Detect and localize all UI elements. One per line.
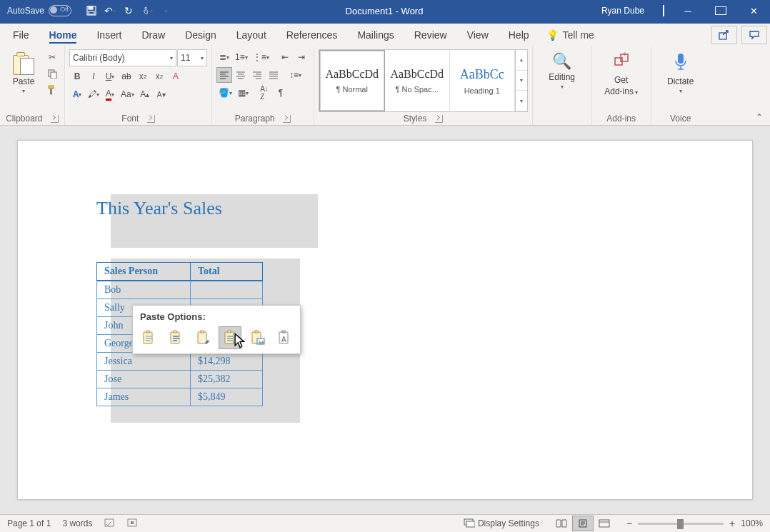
addins-icon: + xyxy=(613,52,630,74)
display-settings-button[interactable]: Display Settings xyxy=(464,518,539,529)
qat-customize-icon[interactable]: ▾ xyxy=(160,5,171,16)
tab-draw[interactable]: Draw xyxy=(131,25,175,45)
line-spacing-button[interactable]: ↕≡▾ xyxy=(287,67,304,83)
paintbrush-icon xyxy=(46,84,58,96)
superscript-button[interactable]: x2 xyxy=(151,69,167,84)
touch-mode-icon[interactable]: ▾ xyxy=(141,5,153,16)
grow-font-button[interactable]: A▴ xyxy=(137,86,153,102)
paste-button[interactable]: Paste ▾ xyxy=(4,49,43,97)
editing-button[interactable]: 🔍 Editing ▾ xyxy=(537,49,587,93)
tab-references[interactable]: References xyxy=(276,25,348,45)
tab-review[interactable]: Review xyxy=(404,25,457,45)
increase-indent-button[interactable]: ⇥ xyxy=(294,49,309,65)
dialog-launcher-icon[interactable] xyxy=(435,115,443,123)
align-center-button[interactable] xyxy=(233,67,249,83)
paste-link-use-destination-styles[interactable] xyxy=(219,326,241,349)
user-name[interactable]: Ryan Dube xyxy=(590,6,656,16)
underline-button[interactable]: U▾ xyxy=(102,69,118,84)
print-layout-button[interactable] xyxy=(572,516,594,531)
paste-use-destination-styles[interactable] xyxy=(164,326,187,349)
clear-formatting-button[interactable]: A xyxy=(168,69,184,84)
tab-layout[interactable]: Layout xyxy=(226,25,276,45)
tab-design[interactable]: Design xyxy=(175,25,226,45)
align-left-button[interactable] xyxy=(216,67,232,83)
document-area[interactable]: This Year's Sales Sales Person Total Bob… xyxy=(0,126,770,514)
spelling-status-icon[interactable] xyxy=(104,517,115,531)
cut-button[interactable]: ✂ xyxy=(44,49,60,65)
paste-keep-source-formatting[interactable] xyxy=(137,326,160,349)
web-layout-button[interactable] xyxy=(594,516,615,531)
decrease-indent-button[interactable]: ⇤ xyxy=(277,49,293,65)
subscript-button[interactable]: x2 xyxy=(135,69,151,84)
word-count[interactable]: 3 words xyxy=(62,518,92,528)
maximize-button[interactable] xyxy=(704,0,737,21)
svg-rect-3 xyxy=(719,33,726,39)
svg-rect-9 xyxy=(678,54,684,64)
minimize-button[interactable]: ─ xyxy=(671,0,704,21)
style-normal[interactable]: AaBbCcDd ¶ Normal xyxy=(319,50,385,111)
text-effects-button[interactable]: A▾ xyxy=(69,86,85,102)
comments-button[interactable] xyxy=(741,26,767,44)
tab-home[interactable]: Home xyxy=(39,25,87,45)
font-name-combo[interactable]: Calibri (Body)▾ xyxy=(69,49,176,66)
show-marks-button[interactable]: ¶ xyxy=(273,85,289,101)
tab-file[interactable]: File xyxy=(3,25,39,45)
multilevel-list-button[interactable]: ⋮≡▾ xyxy=(251,49,271,65)
sort-button[interactable]: A↓Z xyxy=(256,85,272,101)
eraser-icon: A xyxy=(173,71,179,81)
tab-mailings[interactable]: Mailings xyxy=(347,25,404,45)
dictate-button[interactable]: Dictate ▾ xyxy=(656,49,706,97)
shrink-font-button[interactable]: A▾ xyxy=(154,86,169,102)
svg-rect-2 xyxy=(89,11,94,14)
page-indicator[interactable]: Page 1 of 1 xyxy=(7,518,51,528)
font-size-combo[interactable]: 11▾ xyxy=(177,49,207,66)
style-heading-1[interactable]: AaBbCc Heading 1 xyxy=(450,50,515,111)
title-bar: AutoSave Off ↶▾ ↻ ▾ ▾ Document1 - Word R… xyxy=(0,0,770,21)
gallery-up-button[interactable]: ▴ xyxy=(516,50,527,71)
strikethrough-button[interactable]: ab xyxy=(119,69,134,84)
zoom-in-button[interactable]: + xyxy=(729,518,735,529)
zoom-slider[interactable] xyxy=(638,523,724,525)
dialog-launcher-icon[interactable] xyxy=(51,115,59,123)
dialog-launcher-icon[interactable] xyxy=(147,115,155,123)
format-painter-button[interactable] xyxy=(44,82,60,98)
align-center-icon xyxy=(236,71,246,79)
collapse-ribbon-button[interactable]: ⌃ xyxy=(749,109,770,125)
group-label-voice: Voice xyxy=(670,114,691,124)
redo-icon[interactable]: ↻ xyxy=(123,5,134,16)
zoom-out-button[interactable]: − xyxy=(626,518,632,529)
change-case-button[interactable]: Aa▾ xyxy=(119,86,136,102)
gallery-down-button[interactable]: ▾ xyxy=(516,71,527,91)
italic-button[interactable]: I xyxy=(86,69,101,84)
shading-button[interactable]: 🪣▾ xyxy=(216,85,234,101)
close-button[interactable]: ✕ xyxy=(737,0,770,21)
borders-button[interactable]: ▦▾ xyxy=(235,85,251,101)
style-no-spacing[interactable]: AaBbCcDd ¶ No Spac... xyxy=(385,50,450,111)
zoom-level[interactable]: 100% xyxy=(741,518,763,528)
tab-help[interactable]: Help xyxy=(499,25,539,45)
paste-picture[interactable] xyxy=(246,326,269,349)
tab-view[interactable]: View xyxy=(457,25,499,45)
dialog-launcher-icon[interactable] xyxy=(283,115,291,123)
bullets-button[interactable]: ≣▾ xyxy=(216,49,232,65)
highlight-button[interactable]: 🖍▾ xyxy=(86,86,101,102)
gallery-more-button[interactable]: ▾ xyxy=(516,91,527,111)
undo-icon[interactable]: ↶▾ xyxy=(104,5,116,16)
paste-keep-text-only[interactable]: A xyxy=(273,326,296,349)
get-addins-button[interactable]: + Get Add-ins ▾ xyxy=(596,49,646,99)
autosave-toggle[interactable]: AutoSave Off xyxy=(0,5,79,16)
ribbon-display-options-icon[interactable] xyxy=(656,6,671,16)
copy-button[interactable] xyxy=(44,66,60,81)
bold-button[interactable]: B xyxy=(69,69,85,84)
macro-status-icon[interactable] xyxy=(126,517,138,531)
align-right-button[interactable] xyxy=(249,67,265,83)
font-color-button[interactable]: A▾ xyxy=(102,86,118,102)
share-button[interactable] xyxy=(711,26,737,44)
tell-me-search[interactable]: 💡 Tell me xyxy=(539,29,601,41)
paste-link-keep-formatting[interactable] xyxy=(191,326,214,349)
read-mode-button[interactable] xyxy=(551,516,572,531)
numbering-button[interactable]: 1≡▾ xyxy=(233,49,250,65)
justify-button[interactable] xyxy=(266,67,281,83)
tab-insert[interactable]: Insert xyxy=(86,25,131,45)
save-icon[interactable] xyxy=(86,5,97,16)
